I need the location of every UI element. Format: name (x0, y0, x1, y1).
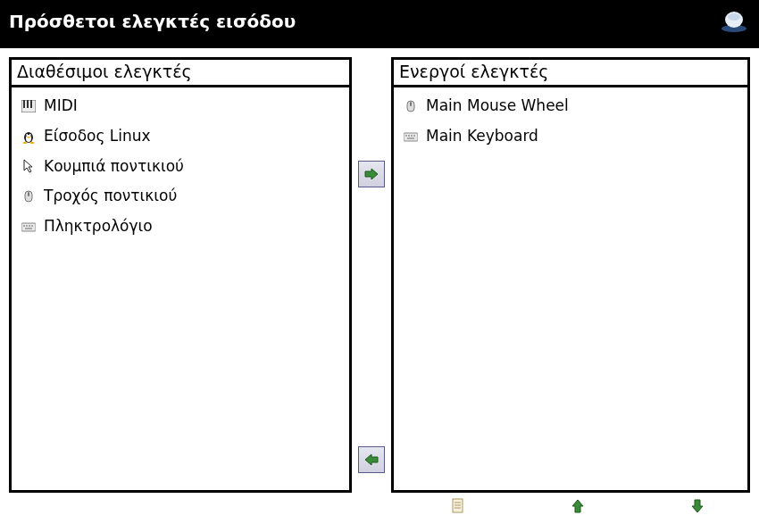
available-list[interactable]: MIDI Είσοδος Linux (12, 87, 349, 490)
svg-point-13 (30, 142, 35, 144)
list-item-label: MIDI (44, 96, 78, 117)
svg-rect-31 (413, 135, 415, 137)
svg-rect-5 (27, 100, 29, 108)
transfer-buttons (352, 57, 391, 493)
svg-rect-6 (30, 100, 32, 108)
svg-marker-38 (692, 500, 703, 512)
svg-point-2 (728, 13, 740, 21)
list-item[interactable]: Πληκτρολόγιο (15, 212, 346, 242)
page-title: Πρόσθετοι ελεγκτές εισόδου (9, 11, 296, 32)
svg-marker-37 (572, 500, 583, 512)
wheel-icon (21, 188, 37, 204)
penguin-icon (21, 129, 37, 145)
list-item-label: Είσοδος Linux (44, 126, 151, 147)
move-down-button[interactable] (638, 499, 757, 513)
svg-marker-24 (365, 454, 378, 465)
keyboard-icon (21, 219, 37, 235)
list-item-label: Main Keyboard (426, 126, 538, 147)
list-item[interactable]: Κουμπιά ποντικιού (15, 152, 346, 182)
add-button[interactable] (358, 161, 385, 187)
list-item-label: Τροχός ποντικιού (44, 186, 177, 207)
svg-rect-32 (407, 137, 414, 139)
wheel-icon (403, 98, 419, 114)
bottom-toolbar (0, 493, 759, 520)
titlebar: Πρόσθετοι ελεγκτές εισόδου (0, 0, 759, 48)
list-item-label: Πληκτρολόγιο (44, 216, 153, 237)
cursor-icon (21, 158, 37, 174)
arrow-right-icon (364, 168, 379, 180)
svg-rect-30 (411, 135, 413, 137)
available-header: Διαθέσιμοι ελεγκτές (12, 60, 349, 87)
device-hero-icon (718, 9, 750, 34)
remove-button[interactable] (358, 446, 385, 473)
list-item[interactable]: Τροχός ποντικιού (15, 181, 346, 212)
list-item[interactable]: Main Keyboard (397, 121, 744, 152)
content-area: Διαθέσιμοι ελεγκτές MIDI (0, 48, 759, 493)
list-item[interactable]: Είσοδος Linux (15, 121, 346, 152)
svg-point-12 (23, 142, 28, 144)
list-item[interactable]: Main Mouse Wheel (397, 91, 744, 121)
list-item[interactable]: MIDI (15, 91, 346, 121)
arrow-up-icon (571, 499, 584, 513)
midi-icon (21, 98, 37, 114)
available-panel: Διαθέσιμοι ελεγκτές MIDI (9, 57, 352, 493)
keyboard-icon (403, 129, 419, 145)
arrow-down-icon (691, 499, 704, 513)
svg-rect-21 (31, 225, 33, 227)
svg-rect-19 (26, 225, 28, 227)
arrow-left-icon (364, 453, 379, 466)
active-header: Ενεργοί ελεγκτές (394, 60, 747, 87)
svg-rect-18 (23, 225, 25, 227)
svg-rect-20 (29, 225, 30, 227)
configure-button[interactable] (398, 498, 518, 514)
svg-rect-26 (410, 102, 412, 106)
document-icon (451, 498, 465, 514)
svg-point-10 (29, 134, 31, 136)
svg-marker-14 (24, 160, 32, 172)
svg-rect-4 (23, 100, 25, 108)
svg-rect-29 (408, 135, 410, 137)
active-list[interactable]: Main Mouse Wheel Main Keyboard (394, 87, 747, 490)
svg-rect-28 (405, 135, 407, 137)
list-item-label: Κουμπιά ποντικιού (44, 156, 184, 178)
move-up-button[interactable] (518, 499, 638, 513)
svg-rect-22 (25, 228, 32, 229)
svg-rect-27 (404, 133, 418, 141)
svg-rect-16 (28, 192, 29, 196)
svg-point-9 (26, 134, 28, 136)
active-panel: Ενεργοί ελεγκτές Main Mouse Wheel (391, 57, 750, 493)
svg-marker-23 (365, 169, 378, 179)
svg-rect-17 (21, 223, 36, 231)
list-item-label: Main Mouse Wheel (426, 96, 569, 117)
